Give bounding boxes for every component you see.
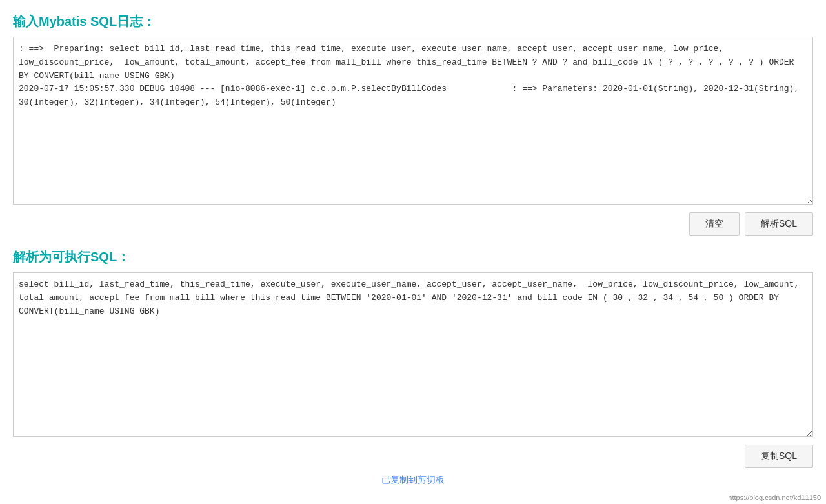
parse-button[interactable]: 解析SQL xyxy=(745,212,813,236)
footer-link: https://blog.csdn.net/kd11150 xyxy=(728,494,821,501)
log-input-textarea[interactable] xyxy=(13,37,813,205)
copied-status: 已复制到剪切板 xyxy=(13,474,813,486)
section2-title: 解析为可执行SQL： xyxy=(13,248,813,266)
clear-button[interactable]: 清空 xyxy=(689,212,740,236)
sql-output-textarea[interactable] xyxy=(13,272,813,437)
copy-button[interactable]: 复制SQL xyxy=(745,445,813,468)
copy-button-row: 复制SQL xyxy=(13,445,813,468)
top-button-row: 清空 解析SQL xyxy=(13,212,813,236)
section1-title: 输入Mybatis SQL日志： xyxy=(13,13,813,30)
